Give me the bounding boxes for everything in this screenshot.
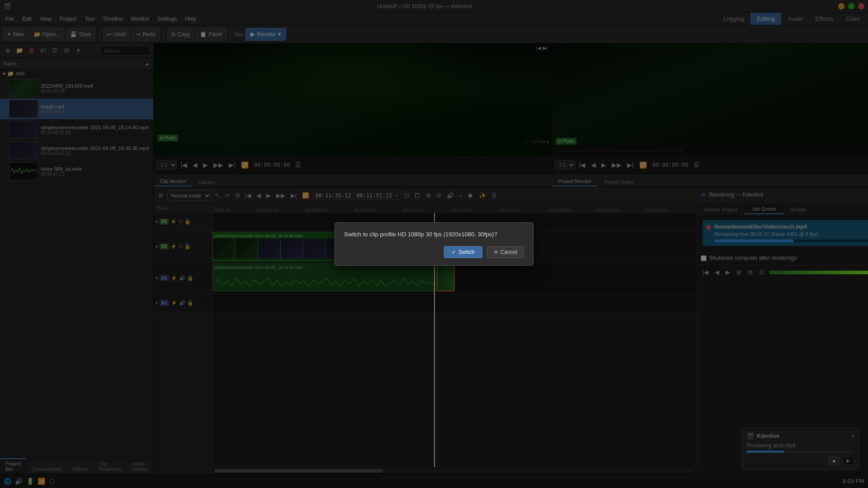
dialog-overlay: Switch to clip profile HD 1080p 30 fps (… [0, 0, 868, 488]
checkmark-icon: ✓ [452, 249, 456, 255]
x-icon: ✕ [494, 249, 498, 255]
dialog-buttons: ✓ Switch ✕ Cancel [344, 246, 524, 258]
dialog-text: Switch to clip profile HD 1080p 30 fps (… [344, 230, 524, 239]
dialog-switch-button[interactable]: ✓ Switch [444, 246, 482, 258]
switch-label: Switch [458, 249, 474, 255]
cancel-label: Cancel [500, 249, 517, 255]
profile-switch-dialog: Switch to clip profile HD 1080p 30 fps (… [335, 222, 533, 266]
dialog-cancel-button[interactable]: ✕ Cancel [487, 246, 524, 258]
